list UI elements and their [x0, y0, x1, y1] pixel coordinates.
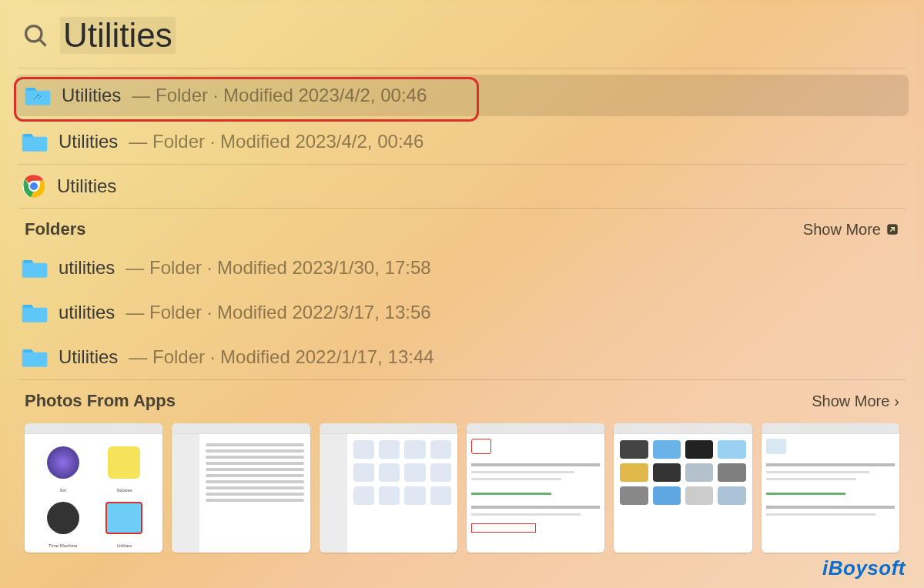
divider-line — [18, 68, 906, 68]
photo-thumbnail[interactable] — [762, 423, 899, 553]
show-more-button[interactable]: Show More — [803, 221, 899, 239]
annotation-highlight-box — [14, 77, 479, 122]
folder-icon — [22, 129, 48, 155]
photo-thumbnail[interactable] — [614, 423, 752, 553]
section-header-photos: Photos From Apps Show More › — [8, 380, 916, 417]
search-row: Utilities — [8, 3, 916, 68]
folder-result-item[interactable]: utilities — Folder · Modified 2023/1/30,… — [8, 246, 916, 290]
external-link-icon — [886, 222, 899, 236]
result-metadata: — Folder · Modified 2023/4/2, 00:46 — [129, 131, 424, 152]
result-item[interactable]: Utilities — [8, 165, 916, 208]
result-item[interactable]: Utilities — Folder · Modified 2023/4/2, … — [8, 119, 916, 164]
result-name: Utilities — [59, 346, 118, 368]
watermark: iBoysoft — [822, 556, 906, 580]
photo-thumbnail[interactable] — [320, 423, 457, 553]
result-name: utilities — [59, 302, 115, 323]
result-metadata: — Folder · Modified 2022/3/17, 13:56 — [126, 302, 430, 323]
svg-line-1 — [40, 40, 46, 46]
folder-result-item[interactable]: utilities — Folder · Modified 2022/3/17,… — [8, 290, 916, 335]
show-more-button[interactable]: Show More › — [812, 393, 899, 410]
folder-result-item[interactable]: Utilities — Folder · Modified 2022/1/17,… — [8, 335, 916, 379]
photo-thumbnails-row: SiriStickies Time MachineUtilities — [8, 417, 916, 553]
result-name: Utilities — [59, 131, 118, 152]
folder-icon — [22, 299, 48, 326]
svg-point-0 — [26, 26, 42, 42]
result-metadata: — Folder · Modified 2023/1/30, 17:58 — [126, 257, 430, 279]
section-header-folders: Folders Show More — [8, 209, 916, 246]
photo-thumbnail[interactable]: SiriStickies Time MachineUtilities — [25, 423, 162, 553]
folder-icon — [22, 344, 48, 370]
result-metadata: — Folder · Modified 2022/1/17, 13:44 — [129, 346, 434, 368]
result-name: Utilities — [57, 175, 116, 197]
result-name: utilities — [59, 257, 115, 279]
folder-icon — [22, 255, 48, 281]
photo-thumbnail[interactable] — [467, 423, 604, 553]
show-more-label: Show More — [803, 221, 881, 239]
show-more-label: Show More — [812, 393, 889, 410]
chrome-icon — [22, 174, 46, 199]
search-input[interactable]: Utilities — [60, 17, 176, 54]
photo-thumbnail[interactable] — [172, 423, 310, 553]
chevron-right-icon: › — [894, 393, 899, 410]
section-title: Photos From Apps — [25, 391, 176, 411]
search-icon — [22, 22, 49, 49]
section-title: Folders — [25, 219, 85, 239]
